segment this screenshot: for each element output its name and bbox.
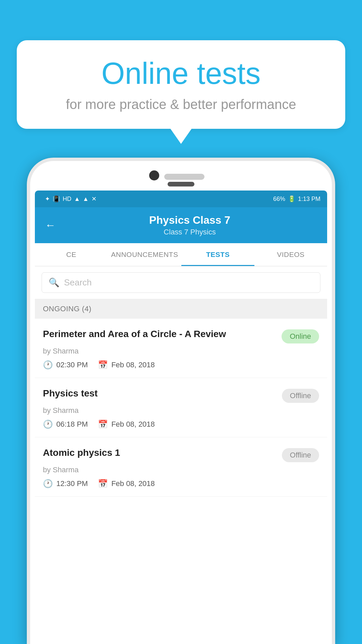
- test-time: 🕐 12:30 PM: [43, 479, 88, 488]
- back-button[interactable]: ←: [45, 219, 56, 231]
- status-badge: Offline: [282, 389, 319, 403]
- phone-frame: ✦ 📳 HD ▲ ▲ ✕ 66% 🔋 1:13 PM ← Physics Cla…: [27, 158, 335, 644]
- test-item-top: Physics test Offline: [43, 387, 319, 403]
- test-item[interactable]: Atomic physics 1 Offline by Sharma 🕐 12:…: [35, 437, 327, 497]
- test-time: 🕐 02:30 PM: [43, 360, 88, 370]
- test-meta: 🕐 06:18 PM 📅 Feb 08, 2018: [43, 420, 319, 429]
- phone-screen: ✦ 📳 HD ▲ ▲ ✕ 66% 🔋 1:13 PM ← Physics Cla…: [35, 191, 327, 644]
- speaker: [164, 174, 204, 180]
- status-bar: ✦ 📳 HD ▲ ▲ ✕ 66% 🔋 1:13 PM: [35, 191, 327, 207]
- vibrate-icon: 📳: [53, 195, 60, 203]
- test-date: 📅 Feb 08, 2018: [98, 479, 155, 488]
- battery-icon: 🔋: [288, 195, 295, 203]
- test-time-value: 12:30 PM: [56, 479, 88, 488]
- app-header: ← Physics Class 7 Class 7 Physics: [35, 207, 327, 243]
- search-placeholder: Search: [64, 277, 92, 288]
- camera-icon: [149, 170, 159, 180]
- tab-bar: CE ANNOUNCEMENTS TESTS VIDEOS: [35, 243, 327, 266]
- battery-level: 66%: [273, 196, 285, 203]
- test-item-top: Atomic physics 1 Offline: [43, 447, 319, 462]
- phone-inner: ✦ 📳 HD ▲ ▲ ✕ 66% 🔋 1:13 PM ← Physics Cla…: [30, 161, 332, 644]
- clock-icon: 🕐: [43, 360, 53, 370]
- clock: 1:13 PM: [298, 196, 320, 203]
- test-item[interactable]: Physics test Offline by Sharma 🕐 06:18 P…: [35, 378, 327, 437]
- test-time-value: 06:18 PM: [56, 420, 88, 429]
- test-date-value: Feb 08, 2018: [111, 361, 155, 369]
- search-icon: 🔍: [49, 277, 59, 288]
- test-time: 🕐 06:18 PM: [43, 420, 88, 429]
- status-bar-icons: ✦ 📳 HD ▲ ▲ ✕: [45, 195, 97, 203]
- hd-badge: HD: [63, 196, 71, 203]
- test-item-top: Perimeter and Area of a Circle - A Revie…: [43, 328, 319, 343]
- clock-icon: 🕐: [43, 479, 53, 488]
- calendar-icon: 📅: [98, 479, 108, 488]
- fingerprint-sensor: [168, 182, 194, 186]
- tab-announcements[interactable]: ANNOUNCEMENTS: [108, 243, 181, 266]
- calendar-icon: 📅: [98, 420, 108, 429]
- test-author: by Sharma: [43, 406, 319, 415]
- test-meta: 🕐 12:30 PM 📅 Feb 08, 2018: [43, 479, 319, 488]
- clock-icon: 🕐: [43, 420, 53, 429]
- header-title-area: Physics Class 7 Class 7 Physics: [62, 214, 317, 236]
- bubble-title: Online tests: [37, 57, 325, 90]
- section-header: ONGOING (4): [35, 299, 327, 319]
- test-meta: 🕐 02:30 PM 📅 Feb 08, 2018: [43, 360, 319, 370]
- speech-bubble-container: Online tests for more practice & better …: [17, 40, 345, 129]
- signal-x-icon: ✕: [92, 195, 97, 203]
- test-date: 📅 Feb 08, 2018: [98, 420, 155, 429]
- test-author: by Sharma: [43, 466, 319, 474]
- calendar-icon: 📅: [98, 360, 108, 370]
- test-time-value: 02:30 PM: [56, 361, 88, 369]
- breadcrumb: Class 7 Physics: [62, 228, 317, 236]
- test-date: 📅 Feb 08, 2018: [98, 360, 155, 370]
- test-author: by Sharma: [43, 347, 319, 356]
- bubble-subtitle: for more practice & better performance: [37, 97, 325, 112]
- search-bar[interactable]: 🔍 Search: [42, 272, 320, 293]
- search-container: 🔍 Search: [35, 266, 327, 299]
- tab-tests[interactable]: TESTS: [181, 243, 254, 266]
- wifi-icon: ▲: [74, 196, 80, 203]
- test-date-value: Feb 08, 2018: [111, 479, 155, 488]
- test-name: Atomic physics 1: [43, 447, 275, 459]
- page-title: Physics Class 7: [62, 214, 317, 226]
- bluetooth-icon: ✦: [45, 195, 50, 203]
- test-date-value: Feb 08, 2018: [111, 420, 155, 429]
- test-name: Perimeter and Area of a Circle - A Revie…: [43, 328, 275, 340]
- tab-ce[interactable]: CE: [35, 243, 108, 266]
- status-badge: Offline: [282, 448, 319, 462]
- signal-icon: ▲: [83, 196, 89, 203]
- tab-videos[interactable]: VIDEOS: [254, 243, 327, 266]
- status-badge: Online: [282, 329, 319, 343]
- speech-bubble: Online tests for more practice & better …: [17, 40, 345, 129]
- test-name: Physics test: [43, 387, 275, 399]
- test-item[interactable]: Perimeter and Area of a Circle - A Revie…: [35, 319, 327, 378]
